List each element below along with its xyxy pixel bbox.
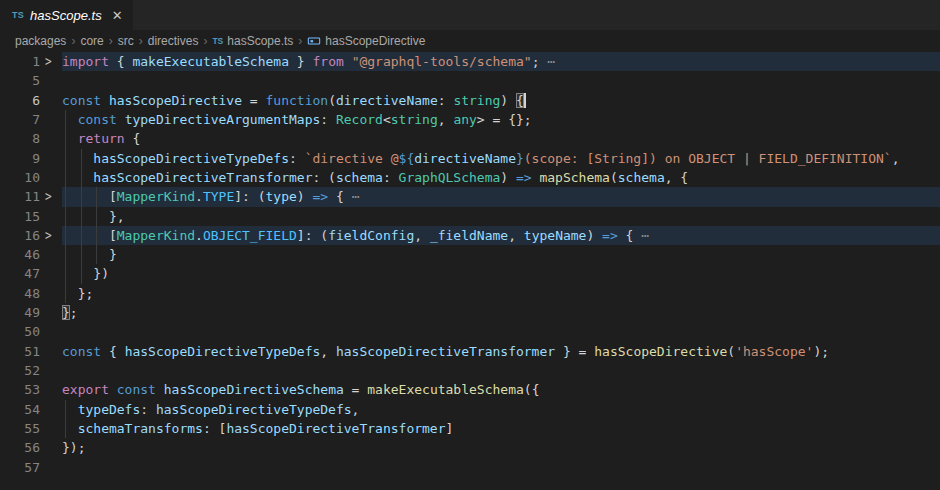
code-line-50[interactable]: 50	[0, 322, 940, 341]
code-line-8[interactable]: 8 return {	[0, 129, 940, 148]
code-token: directiveName	[336, 93, 438, 108]
code-token: fieldConfig	[328, 228, 414, 243]
code-content[interactable]: [MapperKind.TYPE]: (type) => { ⋯	[62, 187, 940, 206]
code-content[interactable]: }	[62, 245, 940, 264]
code-line-16[interactable]: 16> [MapperKind.OBJECT_FIELD]: (fieldCon…	[0, 226, 940, 245]
code-content[interactable]: const hasScopeDirective = function(direc…	[62, 91, 940, 110]
tab-title: hasScope.ts	[30, 8, 102, 23]
gutter: 49	[0, 303, 62, 322]
code-token: `directive @	[305, 151, 399, 166]
code-content[interactable]	[62, 322, 940, 341]
code-token: MapperKind	[117, 189, 195, 204]
gutter: 7	[0, 110, 62, 129]
code-token: )	[297, 189, 313, 204]
code-line-51[interactable]: 51const { hasScopeDirectiveTypeDefs, has…	[0, 342, 940, 361]
breadcrumb-label: hasScopeDirective	[325, 34, 425, 48]
gutter: 11>	[0, 187, 62, 206]
code-token	[62, 421, 78, 436]
code-line-55[interactable]: 55 schemaTransforms: [hasScopeDirectiveT…	[0, 419, 940, 438]
tab-hasscope-ts[interactable]: TS hasScope.ts ✕	[0, 0, 133, 30]
code-token: ,	[508, 228, 524, 243]
code-content[interactable]: return {	[62, 129, 940, 148]
code-line-56[interactable]: 56});	[0, 438, 940, 457]
code-line-52[interactable]: 52	[0, 361, 940, 380]
code-line-57[interactable]: 57	[0, 458, 940, 477]
code-content[interactable]	[62, 361, 940, 380]
gutter: 47	[0, 264, 62, 283]
code-content[interactable]: schemaTransforms: [hasScopeDirectiveTran…	[62, 419, 940, 438]
code-content[interactable]	[62, 71, 940, 90]
code-token: :	[320, 112, 336, 127]
line-number: 50	[24, 322, 40, 341]
code-token: const	[117, 382, 164, 397]
code-token: schemaTransforms	[78, 421, 203, 436]
code-content[interactable]: const typeDirectiveArgumentMaps: Record<…	[62, 110, 940, 129]
code-content[interactable]: };	[62, 303, 940, 322]
gutter: 50	[0, 322, 62, 341]
gutter: 15	[0, 207, 62, 226]
code-content[interactable]: },	[62, 207, 940, 226]
breadcrumb: packages›core›src›directives›TShasScope.…	[0, 30, 940, 52]
code-line-54[interactable]: 54 typeDefs: hasScopeDirectiveTypeDefs,	[0, 400, 940, 419]
breadcrumb-item-directives[interactable]: directives	[148, 34, 199, 48]
code-token: }	[289, 54, 312, 69]
line-number: 55	[24, 419, 40, 438]
code-line-11[interactable]: 11> [MapperKind.TYPE]: (type) => { ⋯	[0, 187, 940, 206]
code-content[interactable]: };	[62, 284, 940, 303]
code-content[interactable]: hasScopeDirectiveTransformer: (schema: G…	[62, 168, 940, 187]
code-content[interactable]: })	[62, 264, 940, 283]
code-line-48[interactable]: 48 };	[0, 284, 940, 303]
code-token: :	[289, 151, 305, 166]
code-token: ⋯	[641, 228, 650, 243]
line-number: 1	[32, 52, 40, 71]
gutter: 56	[0, 438, 62, 457]
breadcrumb-item-core[interactable]: core	[80, 34, 103, 48]
code-token: =>	[516, 170, 532, 185]
code-line-1[interactable]: 1>import { makeExecutableSchema } from "…	[0, 52, 940, 71]
code-token: (	[610, 170, 618, 185]
breadcrumb-item-hasscopedirective[interactable]: hasScopeDirective	[307, 34, 425, 48]
code-line-53[interactable]: 53export const hasScopeDirectiveSchema =…	[0, 380, 940, 399]
code-token: (	[328, 93, 336, 108]
code-content[interactable]: export const hasScopeDirectiveSchema = m…	[62, 380, 940, 399]
breadcrumb-item-src[interactable]: src	[118, 34, 134, 48]
code-line-46[interactable]: 46 }	[0, 245, 940, 264]
code-content[interactable]: hasScopeDirectiveTypeDefs: `directive @$…	[62, 149, 940, 168]
code-content[interactable]: [MapperKind.OBJECT_FIELD]: (fieldConfig,…	[62, 226, 940, 245]
gutter: 46	[0, 245, 62, 264]
code-line-47[interactable]: 47 })	[0, 264, 940, 283]
code-editor[interactable]: 1>import { makeExecutableSchema } from "…	[0, 52, 940, 490]
code-line-15[interactable]: 15 },	[0, 207, 940, 226]
code-content[interactable]	[62, 458, 940, 477]
code-content[interactable]: import { makeExecutableSchema } from "@g…	[62, 52, 940, 71]
code-token: ;	[532, 54, 548, 69]
breadcrumb-item-packages[interactable]: packages	[15, 34, 66, 48]
code-line-7[interactable]: 7 const typeDirectiveArgumentMaps: Recor…	[0, 110, 940, 129]
code-token: export	[62, 382, 117, 397]
breadcrumb-label: packages	[15, 34, 66, 48]
code-line-10[interactable]: 10 hasScopeDirectiveTransformer: (schema…	[0, 168, 940, 187]
code-token: ⋯	[547, 54, 556, 69]
line-number: 49	[24, 303, 40, 322]
code-line-5[interactable]: 5	[0, 71, 940, 90]
code-token: const	[62, 93, 109, 108]
code-token: _fieldName	[430, 228, 508, 243]
code-line-6[interactable]: 6const hasScopeDirective = function(dire…	[0, 91, 940, 110]
code-token: hasScopeDirectiveTransformer	[336, 344, 555, 359]
code-token: });	[62, 440, 85, 455]
code-line-9[interactable]: 9 hasScopeDirectiveTypeDefs: `directive …	[0, 149, 940, 168]
code-token: function	[266, 93, 329, 108]
code-token: [	[62, 189, 117, 204]
code-token: ,	[892, 151, 900, 166]
code-line-49[interactable]: 49};	[0, 303, 940, 322]
code-content[interactable]: const { hasScopeDirectiveTypeDefs, hasSc…	[62, 342, 940, 361]
breadcrumb-item-hasscope-ts[interactable]: TShasScope.ts	[212, 34, 293, 48]
code-content[interactable]: });	[62, 438, 940, 457]
close-tab-icon[interactable]: ✕	[112, 9, 123, 22]
code-token: )	[586, 228, 602, 243]
code-token: } =	[555, 344, 594, 359]
matched-bracket: }	[62, 305, 70, 320]
code-token: Record	[336, 112, 383, 127]
code-content[interactable]: typeDefs: hasScopeDirectiveTypeDefs,	[62, 400, 940, 419]
line-number: 16	[24, 226, 40, 245]
